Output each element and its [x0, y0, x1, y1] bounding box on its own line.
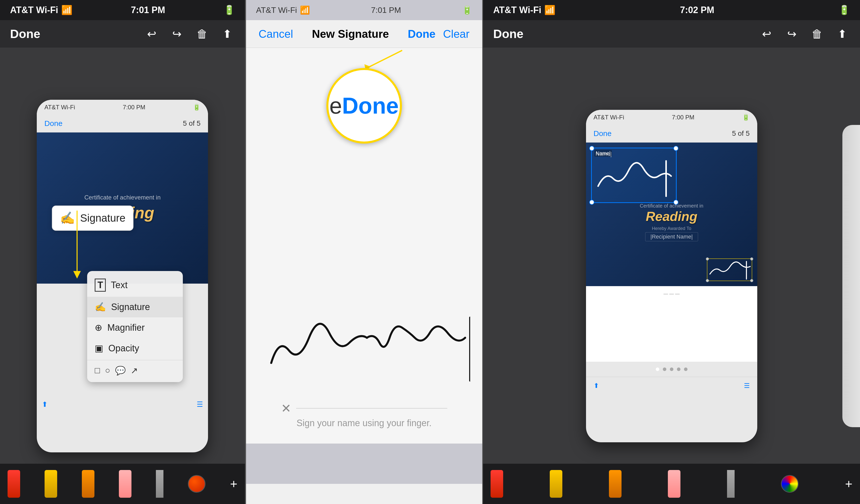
add-tool-btn-3[interactable]: + [845, 477, 852, 491]
share-icon-phone-1[interactable]: ⬆ [42, 400, 47, 408]
pen-red-1[interactable] [8, 470, 20, 498]
handle-tr-2[interactable] [750, 257, 753, 260]
handle-br-2[interactable] [750, 279, 753, 282]
cert-white-area: — — — [586, 286, 757, 362]
toolbar-right-3: ↩ ↪ 🗑 ⬆ [759, 27, 850, 42]
undo-button-3[interactable]: ↩ [759, 27, 774, 42]
dropdown-item-opacity[interactable]: ▣ Opacity [87, 338, 183, 359]
handle-tl[interactable] [589, 146, 594, 151]
list-icon-phone-3[interactable]: ☰ [744, 382, 750, 390]
sign-prompt-area: ✕ Sign your name using your finger. [246, 401, 482, 429]
battery-icon-1: 🔋 [224, 5, 235, 15]
wifi-icon-1: 📶 [61, 5, 73, 15]
toolbar-right-1: ↩ ↪ 🗑 ⬆ [144, 27, 235, 42]
magnifier-circle: e Done [326, 68, 402, 144]
handle-tr[interactable] [673, 146, 678, 151]
pen-yellow-3[interactable] [550, 470, 562, 498]
page-dot-2[interactable] [663, 368, 666, 371]
handle-tl-2[interactable] [706, 257, 709, 260]
pen-orange-3[interactable] [609, 470, 621, 498]
pen-yellow-1[interactable] [45, 470, 57, 498]
cert-footer-text: — — — [663, 291, 680, 297]
carrier-2: AT&T Wi-Fi [256, 5, 297, 15]
certificate-3: Name| Certificate of achievement in Read… [586, 143, 757, 286]
add-tool-btn-1[interactable]: + [230, 477, 238, 491]
handle-bl-2[interactable] [706, 279, 709, 282]
sig-unselected-svg [707, 259, 752, 280]
status-bar-3: AT&T Wi-Fi 📶 7:02 PM 🔋 [483, 0, 860, 20]
cert-subtitle-3: Certificate of achievement in [586, 203, 757, 209]
dropdown-signature-icon: ✍ [95, 302, 106, 312]
pen-pink-3[interactable] [668, 470, 680, 498]
undo-button-1[interactable]: ↩ [144, 27, 159, 42]
cert-subtitle-1: Certificate of achievement in [84, 194, 161, 201]
sig-unselected-box[interactable] [707, 258, 752, 281]
ruler-3[interactable] [727, 470, 735, 498]
sig-done-button[interactable]: Done [408, 28, 435, 40]
cancel-button[interactable]: Cancel [259, 28, 293, 40]
done-button-1[interactable]: Done [10, 27, 40, 41]
color-picker-1[interactable] [188, 475, 205, 493]
pen-orange-1[interactable] [82, 470, 95, 498]
page-dot-1[interactable] [656, 368, 659, 371]
status-left-1: AT&T Wi-Fi 📶 [10, 5, 73, 15]
phone-inner-toolbar-3: Done 5 of 5 [586, 125, 757, 143]
ruler-1[interactable] [156, 470, 163, 498]
signature-drawing [259, 287, 470, 388]
sign-separator [296, 408, 447, 408]
status-bar-1: AT&T Wi-Fi 📶 7:01 PM 🔋 [0, 0, 245, 20]
status-right-2: 🔋 [462, 5, 472, 15]
sign-line: ✕ [281, 401, 447, 415]
dropdown-item-magnifier[interactable]: ⊕ Magnifier [87, 317, 183, 338]
sig-dialog-header: Cancel New Signature Done Clear [246, 20, 482, 48]
page-dot-3[interactable] [670, 368, 673, 371]
redo-button-1[interactable]: ↪ [170, 27, 185, 42]
shape-rect-icon[interactable]: □ [95, 365, 100, 375]
cert-content-3: Certificate of achievement in Reading He… [586, 203, 757, 241]
toolbar-1: Done ↩ ↪ 🗑 ⬆ [0, 20, 245, 48]
cert-recipient-name-3: |Recipient Name| [645, 232, 698, 241]
share-icon-phone-3[interactable]: ⬆ [593, 382, 599, 390]
dropdown-item-signature[interactable]: ✍ Signature [87, 297, 183, 317]
phone-inner-status-1: AT&T Wi-Fi 7:00 PM 🔋 [37, 100, 208, 115]
phone-page-1: 5 of 5 [183, 119, 200, 127]
phone-carrier-1: AT&T Wi-Fi [44, 104, 75, 111]
dropdown-item-text[interactable]: T Text [87, 274, 183, 297]
phone-battery-3: 🔋 [742, 114, 750, 121]
shape-speech-icon[interactable]: 💬 [115, 365, 126, 376]
bottom-tools-3: + [483, 464, 860, 504]
page-dot-4[interactable] [677, 368, 680, 371]
status-left-3: AT&T Wi-Fi 📶 [493, 5, 556, 15]
header-right-btns: Done Clear [408, 28, 469, 40]
main-content-3: AT&T Wi-Fi 7:00 PM 🔋 Done 5 of 5 Name| [483, 48, 860, 504]
dropdown-magnifier-icon: ⊕ [95, 322, 102, 333]
cert-recipient-3: Hereby Awarded To [586, 226, 757, 231]
pen-pink-1[interactable] [119, 470, 131, 498]
delete-button-1[interactable]: 🗑 [195, 27, 210, 42]
battery-icon-3: 🔋 [838, 5, 850, 15]
phone-bottom-bar-3: ⬆ ☰ [586, 377, 757, 394]
sig-drawing-area[interactable]: e Done ✕ Sign your name using your finge… [246, 48, 482, 444]
share-button-3[interactable]: ⬆ [835, 27, 850, 42]
delete-button-3[interactable]: 🗑 [809, 27, 825, 42]
page-dot-5[interactable] [684, 368, 688, 371]
svg-line-2 [367, 51, 402, 68]
pen-red-3[interactable] [490, 470, 503, 498]
dropdown-magnifier-label: Magnifier [107, 322, 145, 333]
sig-in-box-svg [593, 156, 676, 201]
phone-done-btn-3[interactable]: Done [593, 129, 612, 138]
phone-done-btn-1[interactable]: Done [44, 119, 62, 128]
color-picker-3[interactable] [781, 475, 799, 493]
svg-marker-1 [73, 271, 81, 278]
redo-button-3[interactable]: ↪ [785, 27, 800, 42]
dropdown-opacity-label: Opacity [108, 343, 139, 354]
list-icon-phone-1[interactable]: ☰ [197, 400, 203, 408]
share-button-1[interactable]: ⬆ [220, 27, 235, 42]
shape-arrow-icon[interactable]: ↗ [131, 365, 138, 376]
magnifier-done-text: Done [342, 93, 399, 119]
shape-circle-icon[interactable]: ○ [105, 365, 110, 375]
phone-battery-1: 🔋 [193, 104, 200, 111]
signature-selection-box[interactable]: Name| [591, 148, 677, 203]
done-button-3[interactable]: Done [493, 27, 523, 41]
sig-clear-button[interactable]: Clear [443, 28, 469, 40]
